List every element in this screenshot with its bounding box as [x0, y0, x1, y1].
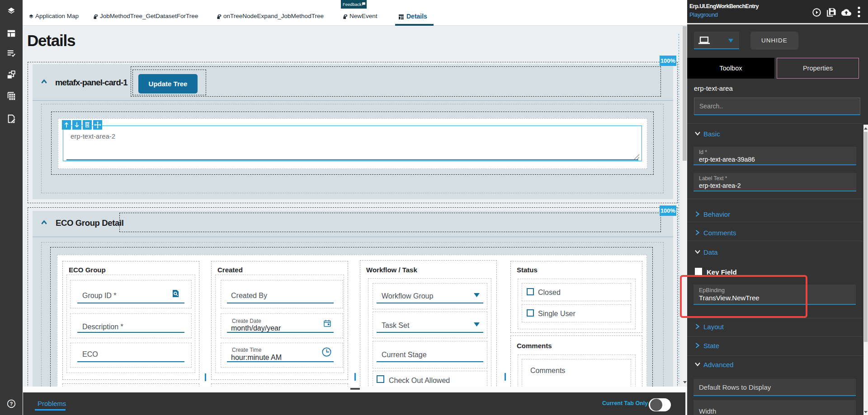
svg-text:?: ? — [10, 401, 13, 406]
